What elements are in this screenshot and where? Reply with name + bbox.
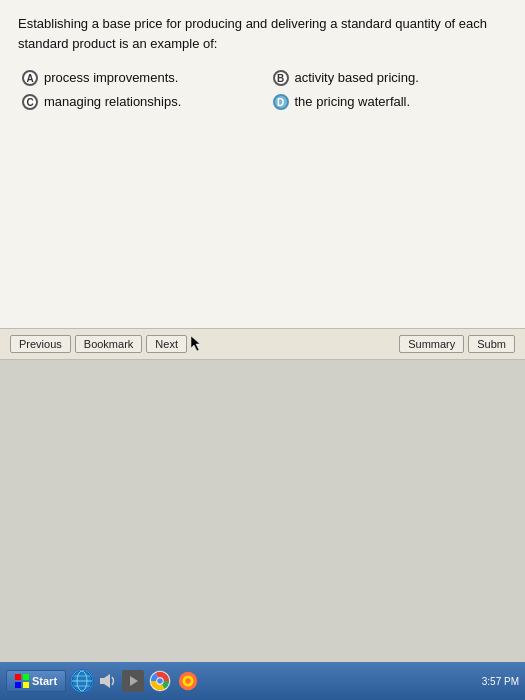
cursor-icon [191, 336, 203, 352]
question-text: Establishing a base price for producing … [18, 14, 507, 53]
previous-button[interactable]: Previous [10, 335, 71, 353]
answer-b-text: activity based pricing. [295, 69, 419, 87]
summary-button[interactable]: Summary [399, 335, 464, 353]
answer-b-circle: B [273, 70, 289, 86]
answer-a-text: process improvements. [44, 69, 178, 87]
svg-marker-12 [130, 676, 138, 686]
nav-bar: Previous Bookmark Next Summary Subm [0, 328, 525, 360]
answer-b[interactable]: B activity based pricing. [273, 69, 504, 87]
answers-grid: A process improvements. B activity based… [18, 69, 507, 111]
svg-marker-0 [191, 336, 200, 351]
clock-time: 3:57 PM [482, 676, 519, 687]
answer-d[interactable]: D the pricing waterfall. [273, 93, 504, 111]
chrome-logo-icon [149, 670, 171, 692]
next-button[interactable]: Next [146, 335, 187, 353]
bookmark-button[interactable]: Bookmark [75, 335, 143, 353]
speaker-icon[interactable] [98, 671, 118, 691]
svg-point-18 [185, 678, 191, 684]
play-button[interactable] [122, 670, 144, 692]
taskbar-clock: 3:57 PM [482, 676, 519, 687]
firefox-logo-icon [177, 670, 199, 692]
svg-rect-4 [23, 682, 29, 688]
answer-c[interactable]: C managing relationships. [22, 93, 253, 111]
play-icon [127, 675, 139, 687]
submit-button[interactable]: Subm [468, 335, 515, 353]
answer-c-text: managing relationships. [44, 93, 181, 111]
firefox-icon-button[interactable] [176, 669, 200, 693]
windows-flag-icon [15, 674, 29, 688]
svg-point-15 [157, 678, 163, 684]
answer-a[interactable]: A process improvements. [22, 69, 253, 87]
answer-d-circle: D [273, 94, 289, 110]
answer-c-circle: C [22, 94, 38, 110]
screen: Establishing a base price for producing … [0, 0, 525, 700]
nav-right-buttons: Summary Subm [399, 335, 515, 353]
chrome-icon-button[interactable] [148, 669, 172, 693]
ie-globe-icon [71, 670, 93, 692]
internet-explorer-icon[interactable] [70, 669, 94, 693]
quiz-area: Establishing a base price for producing … [0, 0, 525, 328]
answer-d-text: the pricing waterfall. [295, 93, 411, 111]
start-button[interactable]: Start [6, 670, 66, 692]
svg-rect-1 [15, 674, 21, 680]
svg-rect-2 [23, 674, 29, 680]
svg-marker-11 [104, 674, 110, 688]
svg-rect-10 [100, 678, 104, 684]
answer-a-circle: A [22, 70, 38, 86]
lower-area [0, 360, 525, 700]
svg-rect-3 [15, 682, 21, 688]
taskbar: Start [0, 662, 525, 700]
start-label: Start [32, 675, 57, 687]
volume-icon [99, 672, 117, 690]
